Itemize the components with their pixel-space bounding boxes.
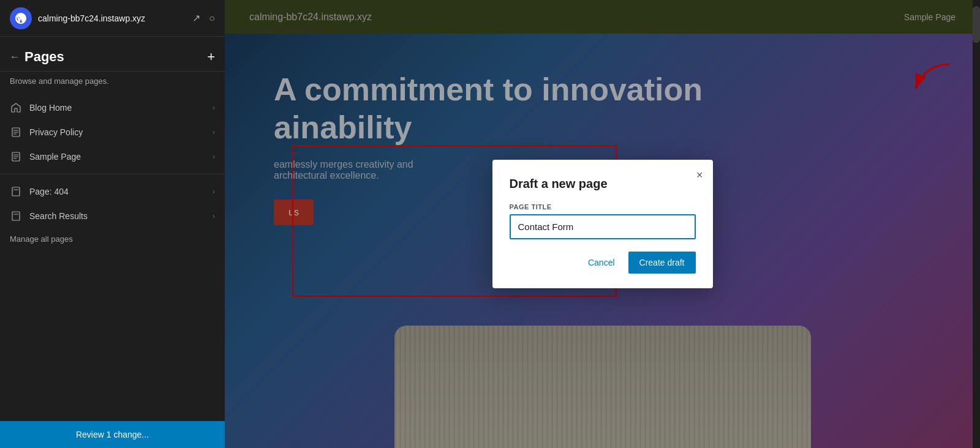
sidebar-item-page-404[interactable]: Page: 404 ›: [0, 179, 225, 204]
sidebar-item-privacy-policy[interactable]: Privacy Policy ›: [0, 120, 225, 144]
document-icon-2: [10, 151, 22, 163]
pages-panel: ← Pages +: [0, 37, 225, 72]
main-content: calming-bb7c24.instawp.xyz Sample Page A…: [225, 0, 980, 448]
create-draft-button[interactable]: Create draft: [628, 252, 696, 274]
wordpress-logo[interactable]: [10, 7, 32, 29]
back-arrow-icon[interactable]: ←: [10, 51, 20, 62]
cancel-button[interactable]: Cancel: [581, 253, 622, 272]
nav-label-sample-page: Sample Page: [29, 152, 213, 162]
sidebar-item-search-results[interactable]: Search Results ›: [0, 204, 225, 228]
modal-close-button[interactable]: ×: [696, 170, 703, 181]
chevron-icon: ›: [213, 128, 215, 136]
search-icon[interactable]: ○: [209, 13, 215, 24]
nav-label-blog-home: Blog Home: [29, 103, 213, 113]
nav-label-privacy-policy: Privacy Policy: [29, 127, 213, 137]
sidebar: calming-bb7c24.instawp.xyz ↗ ○ ← Pages +…: [0, 0, 225, 448]
modal-title: Draft a new page: [510, 177, 696, 191]
chevron-icon: ›: [213, 103, 215, 112]
page-title-label: PAGE TITLE: [510, 203, 696, 211]
manage-all-pages[interactable]: Manage all pages: [0, 228, 225, 250]
svg-rect-10: [12, 212, 20, 220]
svg-rect-8: [12, 187, 20, 196]
modal-actions: Cancel Create draft: [510, 252, 696, 274]
pages-title: Pages: [24, 49, 64, 65]
page-title-input[interactable]: [510, 214, 696, 239]
review-bar[interactable]: Review 1 change...: [0, 421, 225, 448]
sidebar-item-blog-home[interactable]: Blog Home ›: [0, 95, 225, 120]
chevron-icon: ›: [213, 152, 215, 161]
external-link-icon[interactable]: ↗: [192, 12, 200, 24]
page-icon: [10, 185, 22, 198]
page-icon-2: [10, 210, 22, 222]
sidebar-divider: [0, 174, 225, 174]
pages-subtitle: Browse and manage pages.: [0, 72, 225, 95]
nav-label-page-404: Page: 404: [29, 187, 213, 196]
add-page-button[interactable]: +: [207, 50, 215, 64]
sidebar-header: calming-bb7c24.instawp.xyz ↗ ○: [0, 0, 225, 37]
nav-group-1: Blog Home › Privacy Policy › Sample Page…: [0, 95, 225, 169]
nav-group-2: Page: 404 › Search Results ›: [0, 179, 225, 228]
nav-label-search-results: Search Results: [29, 211, 213, 221]
chevron-icon: ›: [213, 212, 215, 220]
sidebar-item-sample-page[interactable]: Sample Page ›: [0, 144, 225, 169]
document-icon: [10, 126, 22, 138]
header-icons: ↗ ○: [192, 12, 215, 24]
home-icon: [10, 102, 22, 114]
chevron-icon: ›: [213, 187, 215, 196]
site-title: calming-bb7c24.instawp.xyz: [38, 13, 192, 23]
modal-overlay: Draft a new page × PAGE TITLE Cancel Cre…: [225, 0, 980, 448]
draft-page-modal: Draft a new page × PAGE TITLE Cancel Cre…: [492, 160, 713, 288]
